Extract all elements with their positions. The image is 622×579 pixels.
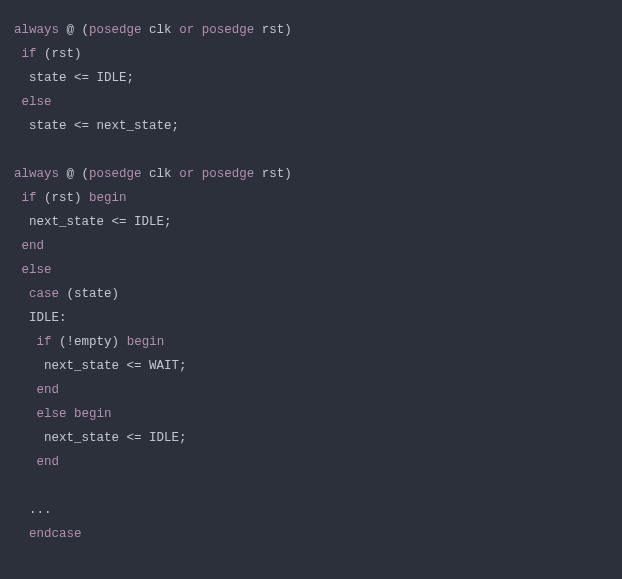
code-line: always @ (posedge clk or posedge rst)	[14, 167, 292, 181]
identifier-state: state	[29, 71, 67, 85]
keyword-end: end	[37, 455, 60, 469]
code-line: next_state <= WAIT;	[14, 359, 187, 373]
code-line: next_state <= IDLE;	[14, 431, 187, 445]
keyword-posedge: posedge	[202, 167, 255, 181]
operator-nonblocking: <=	[74, 71, 89, 85]
code-line: if (rst)	[14, 47, 82, 61]
keyword-if: if	[22, 191, 37, 205]
keyword-else: else	[22, 95, 52, 109]
identifier-rst: rst	[262, 167, 285, 181]
keyword-else: else	[37, 407, 67, 421]
identifier-idle: IDLE	[134, 215, 164, 229]
code-line: end	[14, 383, 59, 397]
code-line: next_state <= IDLE;	[14, 215, 172, 229]
case-label-idle: IDLE	[29, 311, 59, 325]
code-line: else	[14, 263, 52, 277]
code-line: state <= IDLE;	[14, 71, 134, 85]
code-line: end	[14, 455, 59, 469]
operator-nonblocking: <=	[127, 431, 142, 445]
keyword-begin: begin	[74, 407, 112, 421]
semicolon: ;	[179, 431, 187, 445]
operator-nonblocking: <=	[74, 119, 89, 133]
operator-not: !	[67, 335, 75, 349]
paren-close: )	[112, 287, 120, 301]
paren-open: (	[82, 167, 90, 181]
operator-nonblocking: <=	[112, 215, 127, 229]
identifier-next-state: next_state	[44, 359, 119, 373]
paren-close: )	[112, 335, 120, 349]
identifier-state: state	[29, 119, 67, 133]
operator-nonblocking: <=	[127, 359, 142, 373]
identifier-clk: clk	[149, 167, 172, 181]
keyword-if: if	[37, 335, 52, 349]
identifier-idle: IDLE	[149, 431, 179, 445]
identifier-rst: rst	[52, 47, 75, 61]
keyword-endcase: endcase	[29, 527, 82, 541]
paren-open: (	[44, 47, 52, 61]
colon: :	[59, 311, 67, 325]
keyword-or: or	[179, 23, 194, 37]
semicolon: ;	[179, 359, 187, 373]
identifier-clk: clk	[149, 23, 172, 37]
identifier-rst: rst	[262, 23, 285, 37]
keyword-always: always	[14, 23, 59, 37]
paren-close: )	[284, 167, 292, 181]
code-line: end	[14, 239, 44, 253]
code-line: else	[14, 95, 52, 109]
identifier-state: state	[74, 287, 112, 301]
paren-close: )	[284, 23, 292, 37]
identifier-idle: IDLE	[97, 71, 127, 85]
identifier-next-state: next_state	[29, 215, 104, 229]
keyword-or: or	[179, 167, 194, 181]
keyword-end: end	[37, 383, 60, 397]
semicolon: ;	[127, 71, 135, 85]
ellipsis: ...	[29, 503, 52, 517]
keyword-case: case	[29, 287, 59, 301]
keyword-end: end	[22, 239, 45, 253]
identifier-next-state: next_state	[97, 119, 172, 133]
code-block: always @ (posedge clk or posedge rst) if…	[14, 18, 608, 546]
keyword-posedge: posedge	[89, 167, 142, 181]
paren-open: (	[44, 191, 52, 205]
paren-close: )	[74, 191, 82, 205]
code-line: always @ (posedge clk or posedge rst)	[14, 23, 292, 37]
keyword-posedge: posedge	[89, 23, 142, 37]
paren-open: (	[67, 287, 75, 301]
at-symbol: @	[67, 23, 75, 37]
code-line: ...	[14, 503, 52, 517]
keyword-if: if	[22, 47, 37, 61]
code-line: if (rst) begin	[14, 191, 127, 205]
keyword-begin: begin	[89, 191, 127, 205]
paren-open: (	[82, 23, 90, 37]
code-line: IDLE:	[14, 311, 67, 325]
code-line: case (state)	[14, 287, 119, 301]
code-line: endcase	[14, 527, 82, 541]
semicolon: ;	[164, 215, 172, 229]
keyword-always: always	[14, 167, 59, 181]
paren-close: )	[74, 47, 82, 61]
at-symbol: @	[67, 167, 75, 181]
code-line: else begin	[14, 407, 112, 421]
identifier-next-state: next_state	[44, 431, 119, 445]
identifier-wait: WAIT	[149, 359, 179, 373]
code-line: state <= next_state;	[14, 119, 179, 133]
identifier-rst: rst	[52, 191, 75, 205]
keyword-posedge: posedge	[202, 23, 255, 37]
identifier-empty: empty	[74, 335, 112, 349]
paren-open: (	[59, 335, 67, 349]
code-line: if (!empty) begin	[14, 335, 164, 349]
semicolon: ;	[172, 119, 180, 133]
keyword-begin: begin	[127, 335, 165, 349]
keyword-else: else	[22, 263, 52, 277]
